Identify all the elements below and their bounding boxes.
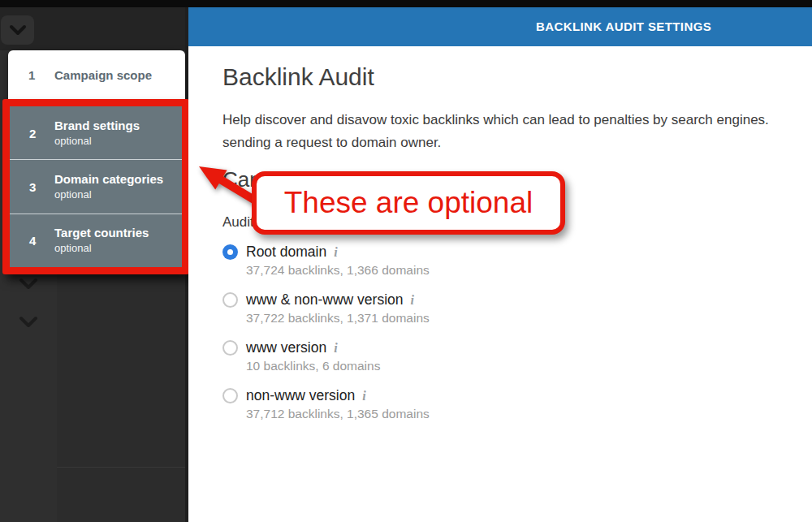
- radio-button[interactable]: [222, 388, 238, 403]
- step-number: 4: [29, 234, 36, 248]
- sidebar-step-campaign-scope[interactable]: 1 Campaign scope: [8, 50, 185, 99]
- option-details: 37,724 backlinks, 1,366 domains: [246, 263, 564, 278]
- step-label: Brand settings: [54, 119, 140, 133]
- collapse-dropdown-button[interactable]: [1, 15, 34, 45]
- step-optional-tag: optional: [54, 188, 163, 201]
- radio-button[interactable]: [222, 340, 238, 356]
- step-label: Domain categories: [54, 172, 163, 187]
- option-label[interactable]: www version: [246, 339, 326, 356]
- chevron-down-icon[interactable]: [19, 316, 38, 329]
- option-www-version: www version i 10 backlinks, 6 domains: [222, 339, 564, 373]
- info-icon[interactable]: i: [334, 245, 337, 260]
- annotation-red-box: 2 Brand settings optional 3 Domain categ…: [2, 99, 189, 274]
- step-optional-tag: optional: [54, 241, 149, 255]
- annotation-callout-text: These are optional: [284, 186, 533, 220]
- background-divider: [57, 467, 185, 468]
- description-line: sending a request to domain owner.: [222, 132, 812, 154]
- option-details: 10 backlinks, 6 domains: [246, 359, 564, 373]
- page-description: Help discover and disavow toxic backlink…: [222, 109, 812, 154]
- page-title: Backlink Audit: [222, 63, 374, 91]
- radio-row[interactable]: non-www version i: [222, 387, 564, 404]
- chevron-down-icon[interactable]: [19, 278, 38, 291]
- step-number: 2: [29, 126, 36, 140]
- step-optional-tag: optional: [54, 134, 140, 148]
- option-label[interactable]: www & non-www version: [246, 291, 404, 308]
- sidebar-step-brand-settings[interactable]: 2 Brand settings optional: [10, 106, 182, 159]
- radio-row[interactable]: www & non-www version i: [222, 291, 564, 308]
- chevron-down-icon: [9, 24, 27, 36]
- info-icon[interactable]: i: [411, 293, 414, 308]
- modal-header: BACKLINK AUDIT SETTINGS: [188, 7, 812, 46]
- radio-button[interactable]: [222, 292, 238, 308]
- option-www-and-non-www: www & non-www version i 37,722 backlinks…: [222, 291, 564, 326]
- info-icon[interactable]: i: [362, 389, 365, 403]
- description-line: Help discover and disavow toxic backlink…: [222, 109, 812, 132]
- radio-button-selected[interactable]: [222, 244, 238, 260]
- sidebar-step-domain-categories[interactable]: 3 Domain categories optional: [10, 159, 182, 213]
- screen: 1 Campaign scope 2 Brand settings option…: [0, 0, 812, 522]
- option-label[interactable]: Root domain: [246, 244, 326, 261]
- option-label[interactable]: non-www version: [246, 387, 355, 404]
- step-label: Target countries: [54, 226, 149, 240]
- step-number: 3: [29, 179, 36, 193]
- step-label: Campaign scope: [54, 68, 152, 82]
- option-root-domain: Root domain i 37,724 backlinks, 1,366 do…: [222, 244, 564, 278]
- modal-header-title: BACKLINK AUDIT SETTINGS: [536, 7, 711, 46]
- audit-scope-options: Root domain i 37,724 backlinks, 1,366 do…: [222, 244, 564, 435]
- annotation-callout: These are optional: [252, 171, 565, 235]
- top-black-strip: [0, 0, 812, 7]
- radio-row[interactable]: www version i: [222, 339, 564, 356]
- option-non-www-version: non-www version i 37,712 backlinks, 1,36…: [222, 387, 564, 421]
- step-number: 1: [28, 68, 35, 82]
- option-details: 37,722 backlinks, 1,371 domains: [246, 311, 564, 326]
- sidebar-step-target-countries[interactable]: 4 Target countries optional: [10, 214, 182, 267]
- info-icon[interactable]: i: [334, 341, 337, 356]
- radio-row[interactable]: Root domain i: [222, 244, 564, 261]
- option-details: 37,712 backlinks, 1,365 domains: [246, 407, 564, 421]
